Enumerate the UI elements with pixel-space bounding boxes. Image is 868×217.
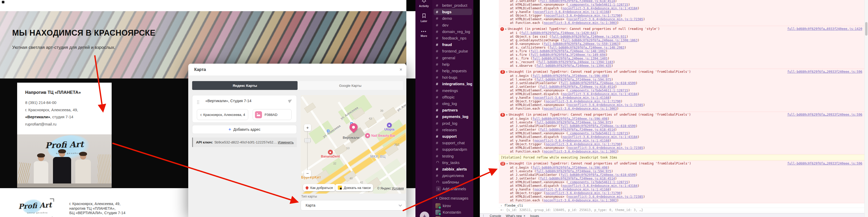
source-link[interactable]: noconflict-3.6.4+debounce.min.js:1:41168 bbox=[534, 10, 610, 14]
poi-scissors[interactable]: Utopia bbox=[384, 123, 394, 131]
source-link[interactable]: full-bd680c0f629f6fa…f240eee.js:618:4514 bbox=[540, 177, 615, 180]
source-link[interactable]: full-bd680c0f629f6fa…f240eee.js:618:6599 bbox=[561, 173, 636, 177]
channel-integrations_log[interactable]: #integrations_log bbox=[434, 81, 472, 87]
expand-arrow-icon[interactable]: ▶ bbox=[506, 113, 507, 117]
source-link[interactable]: noconflict-3.6.4+debounce.min.js:1:3003 bbox=[544, 21, 617, 25]
source-link[interactable]: full-bd680c0f629f6fa…6933f240eee.js:1420 bbox=[787, 27, 862, 31]
source-link[interactable]: _components.js?bde54611:1:128715 bbox=[568, 89, 628, 92]
dm-Konstantin[interactable]: Konstantin bbox=[434, 209, 472, 215]
yandex-map[interactable]: ул. Алексееваул. Алексееваул. Алексеева3… bbox=[301, 95, 406, 194]
channel-partners[interactable]: #partners bbox=[434, 107, 472, 113]
channel-zabbix_alerts[interactable]: #zabbix_alerts bbox=[434, 166, 472, 172]
zoom-handle[interactable] bbox=[305, 138, 311, 142]
address-input[interactable]: г. Красноярск, Алексеева, 4 bbox=[197, 109, 248, 120]
channel-дисциплина[interactable]: #дисциплина bbox=[434, 172, 472, 179]
source-link[interactable]: noconflict-3.6.4+debounce.min.js:1:3003 bbox=[544, 150, 617, 153]
source-link[interactable]: noconflict-3.6.4+debounce.min.js:1:43184 bbox=[562, 92, 638, 96]
direct-messages-header[interactable]: ▾ Direct messages bbox=[434, 195, 472, 201]
source-link[interactable]: noconflict-3.6.4+debounce.min.js:1:43184 bbox=[562, 135, 638, 139]
source-link[interactable]: full-bd680c0f629f6fa…f240eee.js:148:1002 bbox=[530, 49, 606, 53]
drawer-tab-issues[interactable]: Issues bbox=[530, 214, 539, 217]
source-link[interactable]: full-bd680c0f629f6fa…240eee.js:1394:1183 bbox=[538, 60, 613, 64]
locate-arrow-icon[interactable] bbox=[288, 98, 293, 103]
source-link[interactable]: noconflict-3.6.4+debounce.min.js:1:72385 bbox=[568, 195, 643, 198]
taxi-button[interactable]: Доехать на такси bbox=[335, 184, 373, 191]
source-link[interactable]: full-bd680c0f629f6fa…3f240eee.js:149:694 bbox=[530, 53, 606, 57]
channel-general[interactable]: #general bbox=[434, 55, 472, 61]
dm-kirov[interactable]: kirov bbox=[434, 202, 472, 209]
console-command-row[interactable]: ›flexbe_cli bbox=[499, 204, 864, 208]
source-link[interactable]: full-bd680c0f629f6fa…f240eee.js:618:4514 bbox=[540, 85, 615, 89]
drawer-tab-console[interactable]: Console bbox=[490, 214, 501, 217]
contact-phone[interactable]: 8 (391) 214-84-00 bbox=[25, 99, 104, 106]
channel-demo[interactable]: #demo bbox=[434, 15, 472, 22]
close-icon[interactable]: × bbox=[400, 67, 402, 72]
poi-district[interactable]: МКР. ВЦ bbox=[370, 154, 385, 159]
tab-yandex-maps[interactable]: Яндекс Карты bbox=[192, 81, 298, 90]
source-link[interactable]: full-bd680c0f629f6fa…20933f240eee.js:596 bbox=[787, 113, 862, 117]
source-link[interactable]: noconflict-3.6.4+debounce.min.js:1:72385 bbox=[568, 103, 643, 107]
source-link[interactable]: full-bd680c0f629f6fa…240eee.js:559:11063 bbox=[544, 42, 619, 46]
channel-offtopic[interactable]: #offtopic bbox=[434, 94, 472, 100]
source-link[interactable]: full-bd680c0f629f6fa…3f240eee.js:596:498 bbox=[532, 166, 608, 169]
pin-color-input[interactable]: F088AD bbox=[253, 109, 291, 120]
source-link[interactable]: full-bd680c0f629f6fa…f240eee.js:618:6599 bbox=[561, 124, 636, 128]
source-link[interactable]: full-bd680c0f629f6fa…3f240eee.js:594:975 bbox=[536, 78, 611, 81]
source-link[interactable]: full-bd680c0f629f6fa…20933f240eee.js:596 bbox=[787, 162, 862, 166]
source-link[interactable]: noconflict-3.6.4+debounce.min.js:1:41168 bbox=[534, 139, 610, 142]
rail-item-activity[interactable]: Activity bbox=[415, 0, 432, 7]
channel-domain_reg_log[interactable]: #domain_reg_log bbox=[434, 28, 472, 35]
poi-tooth[interactable]: BananaDent bbox=[321, 150, 340, 158]
channel-hot-bugs[interactable]: #hot-bugs bbox=[434, 74, 472, 81]
directions-button[interactable]: Как добраться bbox=[303, 184, 336, 191]
source-link[interactable]: noconflict-3.6.4+debounce.min.js:1:41168 bbox=[534, 188, 610, 191]
map-type-select[interactable]: Карта bbox=[301, 200, 406, 211]
source-link[interactable]: full-bd680c0f629f6fa…f240eee.js:1394:435 bbox=[536, 64, 611, 67]
channel-feedback_nps[interactable]: #feedback_nps bbox=[434, 35, 472, 41]
source-link[interactable]: noconflict-3.6.4+debounce.min.js:1:71790 bbox=[546, 191, 621, 195]
poi-nail[interactable]: Nail Beauty Bar bbox=[365, 133, 395, 138]
drag-handle-icon[interactable] bbox=[197, 100, 199, 104]
source-link[interactable]: _components.js?bde54611:1:128715 bbox=[568, 3, 628, 6]
channel-supportandpm[interactable]: #supportandpm bbox=[434, 146, 472, 153]
source-link[interactable]: noconflict-3.6.4+debounce.min.js:1:43184 bbox=[562, 184, 638, 188]
add-channels-button[interactable]: + Add channels bbox=[434, 186, 472, 192]
dm-Nastya Chor[interactable]: Nastya Chor bbox=[434, 215, 472, 217]
source-link[interactable]: full-bd680c0f629f6fa…3f240eee.js:596:498 bbox=[532, 74, 608, 78]
channel-testing[interactable]: #testing bbox=[434, 153, 472, 159]
source-link[interactable]: noconflict-3.6.4+debounce.min.js:1:71790 bbox=[546, 100, 621, 103]
channel-support_chat[interactable]: #support_chat bbox=[434, 140, 472, 146]
channel-fraud[interactable]: #fraud bbox=[434, 41, 472, 48]
source-link[interactable]: full-bd680c0f629f6fa…f240eee.js:1420:931 bbox=[551, 35, 626, 38]
source-link[interactable]: full-bd680c0f629f6fa…f240eee.js:618:6599 bbox=[561, 81, 636, 85]
add-address-button[interactable]: + Добавить адрес bbox=[192, 125, 297, 134]
zoom-out-button[interactable]: − bbox=[304, 170, 311, 177]
drawer-tab-whats-new[interactable]: What's new × bbox=[506, 214, 525, 217]
source-link[interactable]: full-bd680c0f629f6fa…3f240eee.js:596:498 bbox=[532, 117, 608, 120]
expand-arrow-icon[interactable]: ▶ bbox=[506, 70, 507, 74]
channel-support[interactable]: #support bbox=[434, 133, 472, 140]
channel-better_product[interactable]: #better_product bbox=[434, 2, 472, 8]
source-link[interactable]: noconflict-3.6.4+debounce.min.js:1:71790 bbox=[546, 142, 621, 146]
pin-color-value[interactable]: F088AD bbox=[265, 113, 278, 117]
source-link[interactable]: noconflict-3.6.4+debounce.min.js:1:3003 bbox=[544, 198, 617, 202]
channel-help_requests[interactable]: #help_requests bbox=[434, 67, 472, 74]
expand-arrow-icon[interactable]: ▶ bbox=[505, 27, 506, 31]
source-link[interactable]: noconflict-3.6.4+debounce.min.js:1:72385 bbox=[568, 146, 643, 150]
source-link[interactable]: full-bd680c0f629f6fa…3f240eee.js:594:975 bbox=[536, 169, 611, 173]
channel-tiny_tasks[interactable]: tiny_tasks bbox=[434, 159, 472, 166]
source-link[interactable]: full-bd680c0f629f6fa…f240eee.js:1420:641 bbox=[521, 31, 596, 35]
source-link[interactable]: noconflict-3.6.4+debounce.min.js:1:3003 bbox=[544, 107, 617, 110]
contact-email[interactable]: ruprofiart@mail.ru bbox=[25, 120, 104, 128]
source-link[interactable]: full-bd680c0f629f6fa…20933f240eee.js:596 bbox=[787, 70, 862, 74]
channel-meetings[interactable]: #meetings bbox=[434, 87, 472, 94]
source-link[interactable]: full-bd680c0f629f6fa…f240eee.js:618:4514 bbox=[540, 128, 615, 132]
channel-releases[interactable]: #releases bbox=[434, 127, 472, 133]
channel-help[interactable]: #help bbox=[434, 61, 472, 67]
channel-payments_log[interactable]: #payments_log bbox=[434, 113, 472, 120]
source-link[interactable]: noconflict-3.6.4+debounce.min.js:1:43184 bbox=[562, 6, 638, 10]
zoom-in-button[interactable]: + bbox=[304, 124, 311, 131]
channel-oleg_log[interactable]: #oleg_log bbox=[434, 100, 472, 107]
drawer-menu-icon[interactable]: ⋮ bbox=[482, 214, 485, 217]
source-link[interactable]: full-bd680c0f629f6fa…240eee.js:1394:1405 bbox=[532, 57, 608, 60]
